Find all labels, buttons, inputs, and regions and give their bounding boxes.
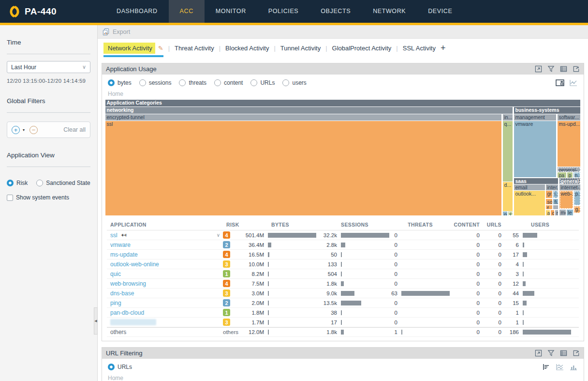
treemap-node-general-i-[interactable]: general-i... [559,178,581,184]
treemap-node-f-[interactable]: f... [546,205,553,210]
jump-to-logs-icon[interactable] [535,350,542,357]
metric-radio-threats[interactable]: threats [179,79,206,86]
sidebar-collapse-handle[interactable]: ◀ [94,307,98,335]
metric-radio-users[interactable]: users [282,79,306,86]
col-sessions[interactable]: SESSIONS [318,222,391,228]
application-link[interactable]: ms-update [107,251,223,258]
treemap-node-networking[interactable]: networking [105,107,513,114]
nav-item-monitor[interactable]: MONITOR [205,0,257,23]
tab-globalprotect-activity[interactable]: GlobalProtect Activity [332,45,392,52]
metric-radio-urls[interactable]: URLs [250,79,275,86]
treemap-node-business-systems[interactable]: business-systems [514,107,581,114]
table-icon[interactable] [560,65,567,73]
application-link[interactable]: vmware [107,242,223,248]
treemap-node-q-[interactable]: q... [503,121,513,182]
treemap-node-n-[interactable]: n... [573,172,581,178]
application-link[interactable]: outlook-web-online [107,261,223,268]
treemap-node-gr-[interactable]: gr... [546,191,553,198]
treemap-node-pa[interactable]: pa [558,172,567,178]
application-link[interactable]: pan-db-cloud [107,309,223,316]
application-link[interactable]: dns-base [107,290,223,297]
treemap-node-so-[interactable]: so... [546,199,553,205]
col-content[interactable]: CONTENT [449,222,483,228]
application-link[interactable]: ping [107,300,223,306]
metric-radio-content[interactable]: content [214,79,243,86]
show-system-events-option[interactable]: Show system events [7,194,90,201]
treemap-node-vmware[interactable]: vmware [514,121,557,178]
tab-blocked-activity[interactable]: Blocked Activity [225,45,269,52]
treemap-node-management[interactable]: management [514,114,557,121]
tab-tunnel-activity[interactable]: Tunnel Activity [280,45,321,52]
nav-item-acc[interactable]: ACC [169,0,205,23]
export-widget-icon[interactable] [573,65,580,73]
treemap-node-fi-[interactable]: fi... [553,199,559,205]
treemap-node-outlook-[interactable]: outlook... [514,191,545,216]
treemap-node-internet-[interactable]: internet-... [559,184,581,191]
multi-line-view-icon[interactable] [556,363,564,371]
treemap-node-mo[interactable]: mo [559,210,566,216]
remove-filter-button[interactable]: − [29,126,38,134]
treemap-node-m-[interactable]: m. [555,210,559,216]
treemap-node-block[interactable] [553,205,559,210]
nav-item-policies[interactable]: POLICIES [257,0,309,23]
view-option-sanctioned-state[interactable]: Sanctioned State [36,180,90,186]
export-widget-icon[interactable] [573,350,580,357]
col-bytes[interactable]: BYTES [242,222,318,228]
treemap-node-inter-[interactable]: inter... [546,184,559,191]
add-filter-caret-icon[interactable]: ▾ [23,128,25,132]
nav-item-network[interactable]: NETWORK [362,0,417,23]
metric-radio-sessions[interactable]: sessions [139,79,172,86]
add-filter-button[interactable]: + [12,126,20,134]
nav-item-objects[interactable]: OBJECTS [309,0,362,23]
nav-item-dashboard[interactable]: DASHBOARD [105,0,169,23]
col-threats[interactable]: THREATS [391,222,449,228]
url-breadcrumb[interactable]: Home [102,371,584,381]
horizontal-bar-view-icon[interactable] [542,363,551,371]
time-range-select[interactable]: Last Hour ∨ [7,61,90,73]
nav-item-device[interactable]: DEVICE [417,0,463,23]
jump-to-logs-icon[interactable] [535,65,542,73]
treemap-node-ms-upd-[interactable]: ms-upd... [558,121,581,167]
treemap-node-in-[interactable]: in... [503,114,513,121]
treemap-node-general-[interactable]: general-... [558,167,581,172]
treemap-node-web-[interactable]: web-... [559,191,573,209]
view-option-risk[interactable]: Risk [7,180,28,186]
treemap-node-p-[interactable]: p... [574,191,581,206]
export-button[interactable]: Export [103,28,130,35]
tab-threat-activity[interactable]: Threat Activity [175,45,214,52]
application-link[interactable]: web-browsing [107,280,223,287]
treemap-node-a-[interactable]: a... [546,210,550,216]
line-graph-view-icon[interactable] [569,79,578,87]
tab-ssl-activity[interactable]: SSL Activity [403,45,436,52]
show-system-events-checkbox[interactable] [7,195,13,201]
treemap-node-softwar-[interactable]: softwar... [558,114,581,121]
treemap-node-o-[interactable]: o.. [551,210,555,216]
row-chevron-down-icon[interactable]: ∨ [217,232,220,238]
treemap-node-ssl[interactable]: ssl [105,121,502,216]
tab-network-activity[interactable]: Network Activity✎ [103,43,163,57]
treemap-node-application-categories[interactable]: Application Categories [105,100,581,107]
filter-icon[interactable] [547,350,555,357]
col-users[interactable]: USERS [505,222,575,228]
col-application[interactable]: APPLICATION [107,222,223,228]
col-risk[interactable]: RISK [223,222,242,228]
treemap-node-i-[interactable]: i... [553,191,559,198]
metric-radio-bytes[interactable]: bytes [108,79,132,86]
treemap-node-r[interactable]: r [508,212,513,216]
clear-all-button[interactable]: Clear all [63,126,86,133]
treemap-view-icon[interactable] [556,79,564,87]
treemap-node-p[interactable]: p [567,172,573,178]
edit-tab-pencil-icon[interactable]: ✎ [158,45,163,52]
treemap-node-le[interactable]: le [567,210,573,216]
treemap-node-d-[interactable]: d... [503,182,513,212]
filter-icon[interactable] [547,65,555,73]
col-urls[interactable]: URLS [483,222,505,228]
application-link[interactable]: ssl↤∨ [107,231,223,239]
treemap-node-g-[interactable]: g... [574,206,581,213]
application-link[interactable] [107,319,223,325]
metric-radio-urls[interactable]: URLs [108,364,132,370]
treemap-breadcrumb[interactable]: Home [102,87,584,99]
treemap-node-email[interactable]: email [514,184,545,191]
treemap-node-encrypted-tunnel[interactable]: encrypted-tunnel [105,114,502,121]
treemap-node-saas[interactable]: saas [514,178,559,184]
